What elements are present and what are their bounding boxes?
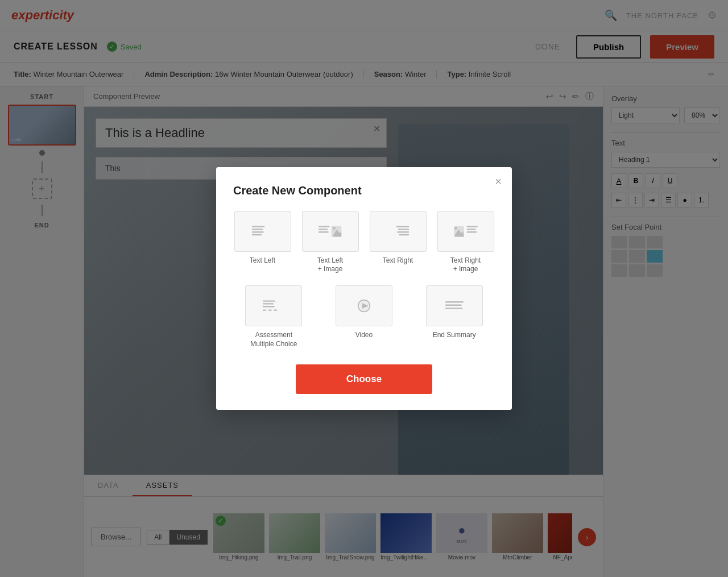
modal-close-button[interactable]: × xyxy=(495,175,502,188)
svg-rect-2 xyxy=(251,231,263,233)
component-label-assessment: AssessmentMultiple Choice xyxy=(250,331,297,348)
svg-rect-5 xyxy=(318,229,328,230)
component-end-summary[interactable]: End Summary xyxy=(426,285,483,348)
svg-rect-10 xyxy=(396,226,408,227)
svg-rect-6 xyxy=(318,231,329,233)
component-video[interactable]: Video xyxy=(336,285,392,348)
svg-rect-21 xyxy=(263,303,274,304)
choose-button[interactable]: Choose xyxy=(296,364,432,394)
svg-rect-25 xyxy=(274,309,277,310)
svg-rect-3 xyxy=(251,234,262,235)
svg-rect-31 xyxy=(445,308,462,309)
svg-point-9 xyxy=(333,227,336,230)
svg-rect-18 xyxy=(466,229,475,230)
modal-overlay[interactable]: × Create New Component Text Left xyxy=(0,0,728,577)
svg-rect-20 xyxy=(263,300,275,301)
svg-rect-22 xyxy=(263,306,275,307)
component-icon-text-right xyxy=(370,211,427,252)
svg-rect-0 xyxy=(251,226,264,227)
svg-rect-12 xyxy=(397,231,409,233)
component-grid-row2: AssessmentMultiple Choice Video xyxy=(233,285,495,348)
component-icon-end-summary xyxy=(426,285,483,326)
component-icon-video xyxy=(336,285,392,326)
svg-rect-29 xyxy=(445,301,464,302)
svg-rect-1 xyxy=(251,229,262,230)
component-assessment[interactable]: AssessmentMultiple Choice xyxy=(245,285,302,348)
create-component-modal: × Create New Component Text Left xyxy=(216,167,512,410)
component-label-end-summary: End Summary xyxy=(433,331,476,340)
svg-rect-23 xyxy=(263,309,266,310)
component-text-right[interactable]: Text Right xyxy=(369,211,427,274)
svg-rect-11 xyxy=(398,229,409,230)
svg-rect-19 xyxy=(466,231,477,233)
component-text-left-image[interactable]: Text Left+ Image xyxy=(301,211,359,274)
component-label-text-right-image: Text Right+ Image xyxy=(450,256,481,274)
svg-point-16 xyxy=(454,227,457,230)
component-text-left[interactable]: Text Left xyxy=(233,211,292,274)
component-label-text-left: Text Left xyxy=(250,256,275,265)
modal-title: Create New Component xyxy=(233,184,495,197)
component-label-text-right: Text Right xyxy=(383,256,413,265)
component-label-text-left-image: Text Left+ Image xyxy=(317,256,343,274)
svg-rect-24 xyxy=(268,309,272,310)
svg-rect-30 xyxy=(445,305,462,306)
component-icon-text-right-image xyxy=(437,211,494,252)
svg-rect-17 xyxy=(466,226,477,227)
component-grid-row1: Text Left Text Left+ Image xyxy=(233,211,495,274)
component-icon-assessment xyxy=(245,285,302,326)
svg-rect-13 xyxy=(399,234,409,235)
component-icon-text-left xyxy=(234,211,291,252)
component-icon-text-left-image xyxy=(302,211,359,252)
component-label-video: Video xyxy=(355,331,373,340)
component-text-right-image[interactable]: Text Right+ Image xyxy=(436,211,495,274)
svg-rect-4 xyxy=(318,226,329,227)
